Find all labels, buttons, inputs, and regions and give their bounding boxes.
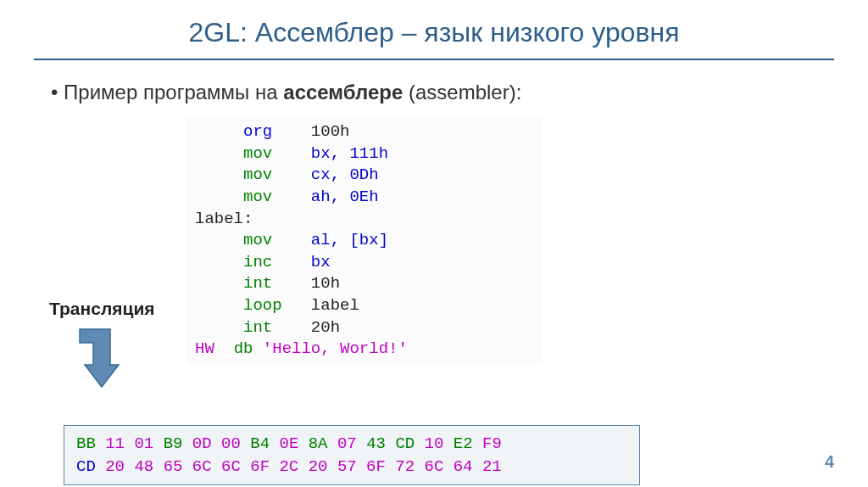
bullet-prefix: Пример программы на	[64, 81, 283, 104]
slide-title: 2GL: Ассемблер – язык низкого уровня	[34, 17, 834, 60]
bullet-example: Пример программы на ассемблере (assemble…	[51, 81, 834, 104]
arrow-down-icon	[76, 326, 120, 397]
page-number: 4	[825, 452, 834, 472]
translation-label: Трансляция	[49, 299, 155, 319]
bullet-suffix: (assembler):	[403, 81, 521, 104]
machine-code-box: BB 11 01 B9 0D 00 B4 0E 8A 07 43 CD 10 E…	[64, 425, 640, 485]
bullet-bold: ассемблере	[283, 81, 403, 104]
assembly-code-block: org 100h mov bx, 111h mov cx, 0Dh mov ah…	[186, 116, 542, 366]
